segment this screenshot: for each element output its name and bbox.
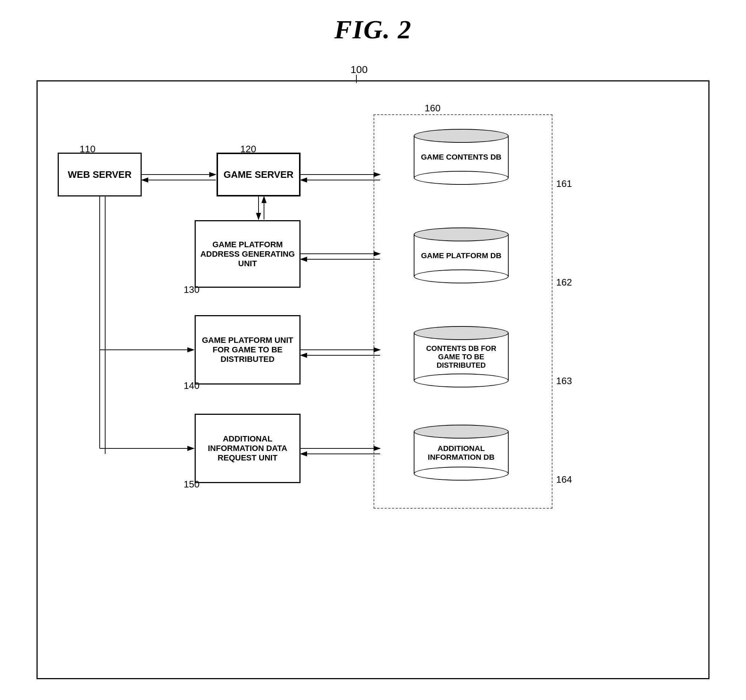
ref-label-130: 130 <box>183 284 199 295</box>
diagram-container: WEB SERVER 110 GAME SERVER 120 GAME PLAT… <box>36 80 710 679</box>
db3-label: CONTENTS DB FOR GAME TO BE DISTRIBUTED <box>420 344 502 370</box>
game-server-box: GAME SERVER <box>217 153 301 196</box>
aidru-box: ADDITIONAL INFORMATION DATA REQUEST UNIT <box>195 414 301 483</box>
ref-label-100: 100 <box>350 64 368 75</box>
db4-bottom-ellipse <box>414 467 508 480</box>
ref-label-161: 161 <box>556 178 572 190</box>
gpu-label: GAME PLATFORM UNIT FOR GAME TO BE DISTRI… <box>196 336 299 364</box>
db1-top-ellipse <box>414 129 508 143</box>
db4-top-ellipse <box>414 425 508 438</box>
db2-unit: GAME PLATFORM DB <box>381 227 541 283</box>
gpagu-label: GAME PLATFORM ADDRESS GENERATING UNIT <box>196 240 299 268</box>
web-server-label: WEB SERVER <box>68 169 131 181</box>
gpu-box: GAME PLATFORM UNIT FOR GAME TO BE DISTRI… <box>195 315 301 384</box>
ref-label-110: 110 <box>80 143 95 155</box>
web-server-box: WEB SERVER <box>58 153 142 196</box>
ref-label-163: 163 <box>556 375 572 387</box>
ref-label-164: 164 <box>556 474 572 485</box>
db2-top-ellipse <box>414 227 508 241</box>
db3-unit: CONTENTS DB FOR GAME TO BE DISTRIBUTED <box>381 326 541 387</box>
ref-label-120: 120 <box>240 143 256 155</box>
ref-label-162: 162 <box>556 277 572 288</box>
db2-bottom-ellipse <box>414 269 508 283</box>
gpagu-box: GAME PLATFORM ADDRESS GENERATING UNIT <box>195 220 301 288</box>
db3-top-ellipse <box>414 326 508 340</box>
db3-bottom-ellipse <box>414 373 508 387</box>
db1-label: GAME CONTENTS DB <box>421 153 502 161</box>
db1-bottom-ellipse <box>414 171 508 185</box>
db1-unit: GAME CONTENTS DB <box>381 129 541 185</box>
db2-label: GAME PLATFORM DB <box>421 251 501 260</box>
db4-unit: ADDITIONAL INFORMATION DB <box>381 425 541 480</box>
aidru-label: ADDITIONAL INFORMATION DATA REQUEST UNIT <box>196 434 299 463</box>
game-server-label: GAME SERVER <box>224 169 293 181</box>
ref-label-150: 150 <box>183 479 199 490</box>
db4-label: ADDITIONAL INFORMATION DB <box>420 444 502 462</box>
ref-label-160: 160 <box>425 102 441 114</box>
ref-label-140: 140 <box>183 380 199 391</box>
page-title: FIG. 2 <box>0 0 746 45</box>
